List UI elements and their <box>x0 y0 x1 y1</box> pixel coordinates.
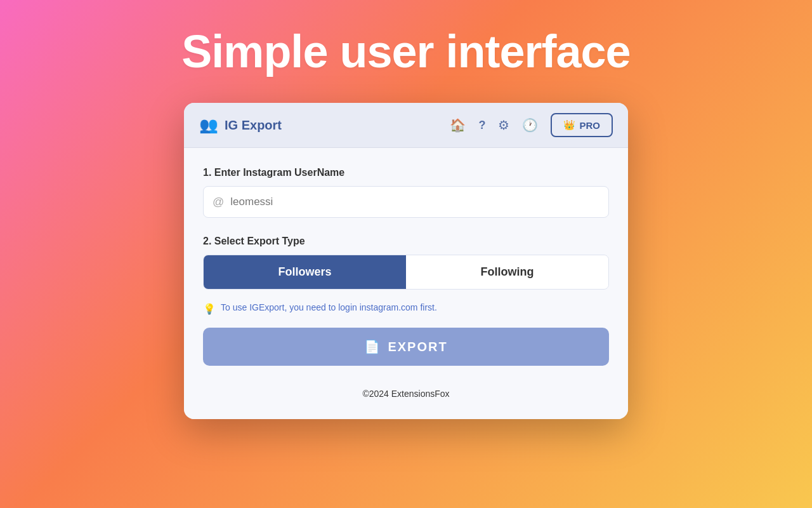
help-icon[interactable]: ? <box>478 119 485 132</box>
username-input[interactable] <box>230 187 599 217</box>
app-body: 1. Enter Instagram UserName @ 2. Select … <box>184 148 628 419</box>
export-button[interactable]: 📄 EXPORT <box>203 328 609 366</box>
pro-label: PRO <box>579 120 600 131</box>
history-icon[interactable]: 🕐 <box>522 117 538 133</box>
at-icon: @ <box>213 196 224 209</box>
followers-button[interactable]: Followers <box>204 255 406 289</box>
footer: ©2024 ExtensionsFox <box>203 378 609 404</box>
info-row: 💡 To use IGExport, you need to login ins… <box>203 302 609 315</box>
pro-crown-icon: 👑 <box>563 119 575 131</box>
step2-label: 2. Select Export Type <box>203 236 609 247</box>
settings-icon[interactable]: ⚙ <box>498 117 509 133</box>
app-header: 👥 IG Export 🏠 ? ⚙ 🕐 👑 PRO <box>184 103 628 148</box>
info-icon: 💡 <box>203 303 216 315</box>
logo-icon: 👥 <box>199 116 218 134</box>
export-file-icon: 📄 <box>364 339 381 354</box>
step1-label: 1. Enter Instagram UserName <box>203 167 609 178</box>
info-text: To use IGExport, you need to login insta… <box>221 302 437 312</box>
home-icon[interactable]: 🏠 <box>450 117 466 133</box>
username-input-wrapper: @ <box>203 186 609 218</box>
export-label: EXPORT <box>388 340 447 354</box>
nav-icons: 🏠 ? ⚙ 🕐 👑 PRO <box>450 113 613 137</box>
pro-button[interactable]: 👑 PRO <box>551 113 613 137</box>
following-button[interactable]: Following <box>406 255 608 289</box>
export-type-toggle: Followers Following <box>203 255 609 290</box>
app-window: 👥 IG Export 🏠 ? ⚙ 🕐 👑 PRO 1. Enter Insta… <box>184 103 628 419</box>
page-heading: Simple user interface <box>181 25 630 77</box>
footer-brand: ExtensionsFox <box>391 389 450 399</box>
logo-text: IG Export <box>225 118 282 133</box>
app-logo: 👥 IG Export <box>199 116 282 134</box>
footer-copyright: ©2024 <box>362 389 388 399</box>
